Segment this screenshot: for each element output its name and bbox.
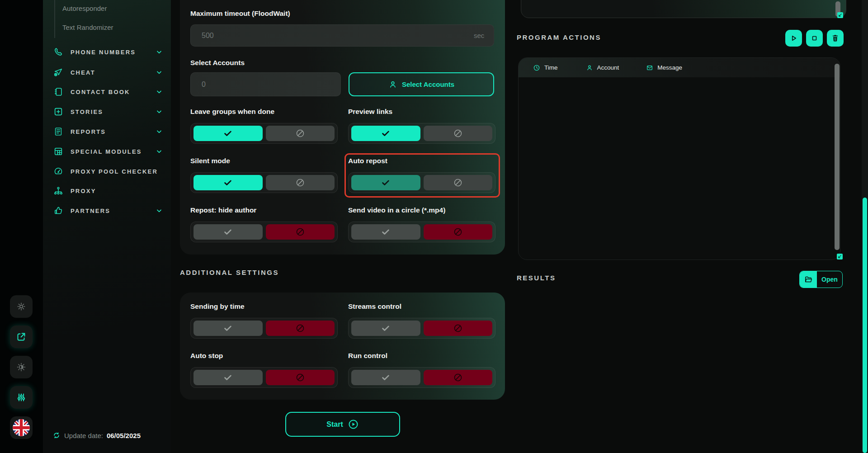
brightness-icon [16,362,27,373]
toggle-no-button[interactable] [266,370,335,385]
select-accounts-button-label: Select Accounts [402,80,454,88]
toggle-yes-button[interactable] [193,370,263,385]
select-accounts-label: Select Accounts [190,59,245,67]
toggle-repost-hide-author [190,222,338,242]
sidebar: Autoresponder Text Randomizer PHONE NUMB… [43,0,171,453]
report-icon [53,127,63,137]
open-button-label: Open [817,271,842,288]
sidebar-item-phone-numbers[interactable]: PHONE NUMBERS [53,45,163,59]
start-button[interactable]: Start [285,412,400,437]
column-label: Message [657,64,682,71]
log-textarea-panel[interactable] [521,0,846,18]
toggle-no-button[interactable] [424,224,493,240]
sidebar-item-label: PARTNERS [71,208,110,214]
chevron-down-icon [156,69,163,76]
column-time[interactable]: Time [533,64,558,71]
table-header: Time Account Message [519,58,840,77]
sidebar-item-partners[interactable]: PARTNERS [53,204,163,217]
timeout-label: Maximum timeout (FloodWait) [190,9,290,18]
resize-grip[interactable] [837,12,843,18]
column-label: Time [544,64,558,71]
settings-gear-button[interactable] [10,295,33,318]
select-accounts-button[interactable]: Select Accounts [349,72,494,96]
toggle-yes-button[interactable] [351,321,420,336]
external-link-button[interactable] [10,326,33,348]
toggle-no-button[interactable] [424,321,493,336]
square-plus-icon [53,107,63,117]
additional-settings-heading: ADDITIONAL SETTINGS [180,269,279,276]
sidebar-submenu: Autoresponder Text Randomizer [54,0,154,38]
results-heading: RESULTS [517,274,556,282]
update-date-label: Update date: [64,432,103,439]
sidebar-item-reports[interactable]: REPORTS [53,125,163,138]
sidebar-item-cheat[interactable]: CHEAT [53,66,163,79]
accounts-count-input[interactable] [190,72,341,96]
timeout-input[interactable] [190,24,494,47]
chevron-down-icon [156,48,163,56]
toggle-streams-control [348,318,495,339]
play-circle-icon [348,419,359,430]
column-message[interactable]: Message [646,64,682,71]
toggle-label: Streams control [348,302,497,311]
toggle-label: Repost: hide author [190,206,340,214]
gauge-icon [53,166,63,176]
toggle-yes-button[interactable] [351,175,420,190]
toggle-silent-mode [190,172,338,193]
run-actions-button[interactable] [785,30,802,47]
column-label: Account [597,64,619,71]
toggle-no-button[interactable] [266,224,335,240]
sidebar-item-contact-book[interactable]: CONTACT BOOK [53,85,163,99]
toggle-no-button[interactable] [266,175,335,190]
table-scrollbar-thumb[interactable] [835,64,840,250]
sidebar-item-label: PROXY [71,188,96,194]
toggle-yes-button[interactable] [351,224,420,240]
toggle-yes-button[interactable] [193,175,263,190]
sidebar-item-stories[interactable]: STORIES [53,105,163,118]
network-icon [53,186,63,196]
sidebar-item-proxy[interactable]: PROXY [53,184,163,198]
toggle-label: Sending by time [190,302,340,311]
clock-icon [533,64,540,71]
delete-actions-button[interactable] [827,30,844,47]
column-account[interactable]: Account [586,64,619,71]
toggle-yes-button[interactable] [193,126,263,141]
toggle-label: Leave groups when done [190,108,340,116]
theme-brightness-button[interactable] [10,356,33,378]
program-actions-table: Time Account Message [518,57,840,260]
toggle-yes-button[interactable] [351,370,420,385]
stop-actions-button[interactable] [806,30,823,47]
toggle-no-button[interactable] [424,175,493,190]
start-button-label: Start [326,420,343,429]
additional-settings-card: Sending by time Streams control Auto sto… [180,293,505,400]
sidebar-item-proxy-pool-checker[interactable]: PROXY POOL CHECKER [53,165,163,178]
sidebar-item-label: REPORTS [71,128,106,135]
toggle-yes-button[interactable] [193,224,263,240]
trash-icon [831,34,840,42]
refresh-icon [52,431,61,439]
language-flag-button[interactable] [10,416,33,439]
toggle-label: Send video in a circle (*.mp4) [348,206,497,214]
sidebar-item-special-modules[interactable]: SPECIAL MODULES [53,145,163,158]
toggle-yes-button[interactable] [351,126,420,141]
toggle-no-button[interactable] [424,126,493,141]
toggle-leave-groups [190,123,338,144]
gear-icon [16,301,27,312]
toggle-yes-button[interactable] [193,321,263,336]
thumb-up-icon [53,206,63,216]
open-results-button[interactable]: Open [799,271,843,288]
toggle-label: Silent mode [190,157,340,165]
toggle-no-button[interactable] [266,126,335,141]
sidebar-item-text-randomizer[interactable]: Text Randomizer [62,22,154,33]
toggle-preview-links [348,123,495,144]
toggle-auto-repost [348,172,495,193]
phone-icon [53,47,63,57]
toggle-no-button[interactable] [266,321,335,336]
resize-grip[interactable] [837,254,843,260]
toggle-sending-by-time [190,318,338,339]
sliders-button[interactable] [10,386,33,409]
main-settings-card: Maximum timeout (FloodWait) sec Select A… [180,0,505,255]
toggle-no-button[interactable] [424,370,493,385]
external-link-icon [16,331,27,342]
sidebar-item-autoresponder[interactable]: Autoresponder [62,3,154,14]
page-scrollbar-thumb[interactable] [863,198,867,453]
